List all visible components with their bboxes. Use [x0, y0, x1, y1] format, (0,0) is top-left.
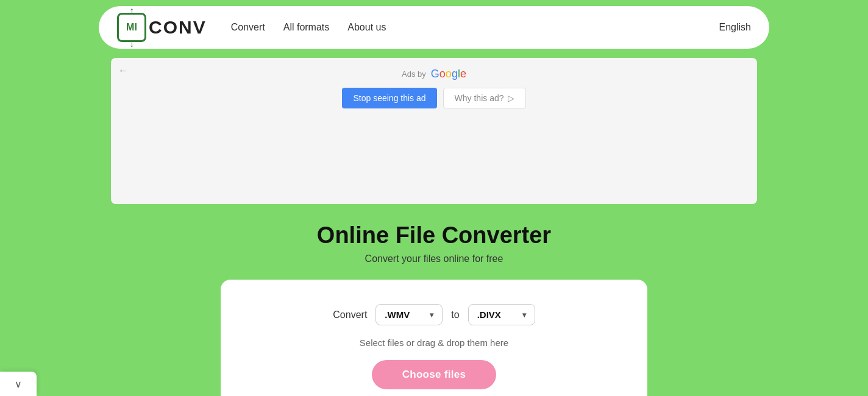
converter-card: Convert .WMV ▾ to .DIVX ▾ Select files o…: [221, 280, 647, 396]
ads-by-label: Ads by: [402, 69, 426, 79]
to-format-select[interactable]: .DIVX ▾: [468, 304, 535, 325]
from-format-chevron-icon: ▾: [430, 311, 433, 319]
convert-row: Convert .WMV ▾ to .DIVX ▾: [333, 304, 535, 325]
nav-link-about-us[interactable]: About us: [347, 22, 386, 33]
why-this-ad-button[interactable]: Why this ad? ▷: [443, 88, 526, 108]
logo-box: ↑ MI ↓: [117, 13, 146, 42]
scroll-indicator[interactable]: ∨: [0, 372, 37, 396]
from-format-value: .WMV: [385, 309, 410, 320]
logo[interactable]: ↑ MI ↓ CONV: [117, 13, 207, 42]
from-format-select[interactable]: .WMV ▾: [375, 304, 443, 325]
logo-arrow-down-icon: ↓: [129, 39, 134, 49]
navbar-wrapper: ↑ MI ↓ CONV Convert All formats About us…: [0, 0, 868, 55]
ad-wrapper: ← Ads by Google Stop seeing this ad Why …: [0, 58, 868, 204]
nav-left: ↑ MI ↓ CONV Convert All formats About us: [117, 13, 386, 42]
drag-drop-text: Select files or drag & drop them here: [360, 338, 508, 348]
navbar: ↑ MI ↓ CONV Convert All formats About us…: [99, 6, 769, 49]
ad-back-arrow-icon[interactable]: ←: [118, 65, 128, 76]
logo-conv-text: CONV: [149, 17, 207, 38]
why-ad-label: Why this ad?: [455, 93, 504, 103]
choose-files-button[interactable]: Choose files: [372, 360, 497, 389]
ad-top: Ads by Google: [123, 68, 745, 80]
logo-arrow-up-icon: ↑: [129, 6, 134, 16]
page-subtitle: Convert your files online for free: [365, 253, 503, 264]
scroll-down-icon: ∨: [15, 378, 22, 390]
to-format-chevron-icon: ▾: [522, 311, 526, 319]
logo-mi-text: MI: [126, 22, 137, 33]
nav-links: Convert All formats About us: [231, 22, 386, 33]
page-title: Online File Converter: [317, 222, 551, 249]
nav-link-convert[interactable]: Convert: [231, 22, 265, 33]
to-format-value: .DIVX: [477, 309, 501, 320]
google-logo: Google: [431, 68, 466, 80]
main-content: Online File Converter Convert your files…: [0, 204, 868, 396]
convert-label: Convert: [333, 309, 367, 320]
ad-box: ← Ads by Google Stop seeing this ad Why …: [111, 58, 757, 204]
stop-seeing-ad-button[interactable]: Stop seeing this ad: [342, 88, 436, 108]
to-label: to: [451, 309, 459, 320]
ad-buttons: Stop seeing this ad Why this ad? ▷: [123, 88, 745, 108]
why-ad-icon: ▷: [508, 93, 514, 103]
nav-link-all-formats[interactable]: All formats: [283, 22, 330, 33]
language-selector[interactable]: English: [719, 22, 751, 33]
